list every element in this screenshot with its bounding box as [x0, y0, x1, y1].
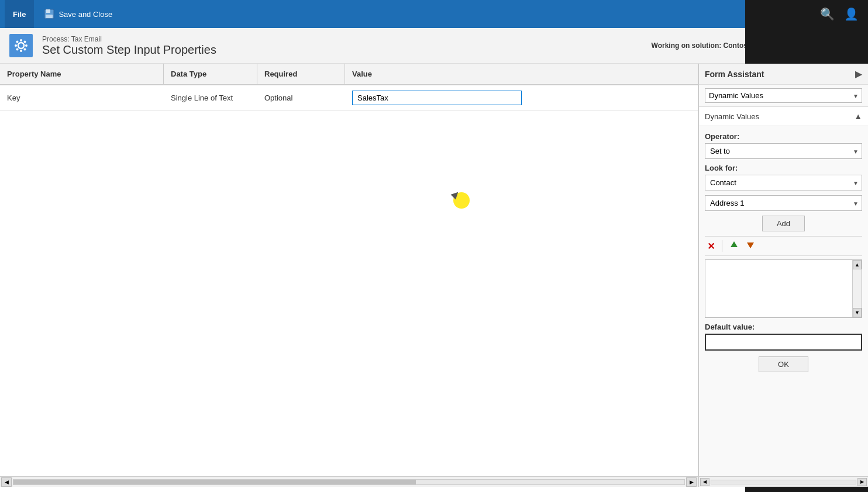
col-property-name: Property Name [0, 64, 164, 84]
panel-scroll-right[interactable]: ▶ [857, 478, 867, 486]
col-data-type: Data Type [164, 64, 257, 84]
svg-marker-14 [731, 241, 738, 247]
up-arrow-icon [729, 240, 739, 250]
search-icon[interactable]: 🔍 [820, 7, 835, 21]
svg-rect-2 [46, 15, 53, 18]
panel-header: Form Assistant ▶ [699, 64, 868, 85]
value-input[interactable] [352, 91, 522, 105]
operator-select[interactable]: Set to Clear [705, 143, 862, 159]
panel-scroll-track[interactable] [711, 480, 856, 484]
save-close-button[interactable]: Save and Close [43, 8, 112, 20]
move-up-button[interactable] [727, 239, 741, 253]
lookfor-label: Look for: [705, 164, 862, 172]
svg-point-6 [20, 39, 22, 41]
file-button[interactable]: File [5, 0, 34, 28]
far-right-top-icons: 🔍 👤 [745, 0, 868, 28]
content-scroll-down[interactable]: ▼ [853, 308, 862, 317]
dynamic-values-section: Dynamic Values ▲ [699, 107, 868, 126]
svg-point-11 [24, 48, 26, 51]
address-select[interactable]: Address 1 Address 2 City [705, 195, 862, 211]
address-select-wrapper: Address 1 Address 2 City [705, 195, 862, 211]
svg-point-9 [25, 44, 27, 47]
move-down-button[interactable] [743, 239, 757, 253]
lookfor-select-wrapper: Contact Account Lead [705, 175, 862, 190]
svg-point-8 [15, 44, 17, 47]
content-area: ▲ ▼ [705, 259, 862, 318]
col-required: Required [257, 64, 345, 84]
scroll-left-button[interactable]: ◀ [1, 477, 12, 487]
panel-dropdown-row: Dynamic Values Static Value [699, 85, 868, 107]
operator-label: Operator: [705, 132, 862, 141]
default-value-section: Default value: [705, 323, 862, 351]
process-icon [9, 34, 33, 57]
header-area: Process: Tax Email Set Custom Step Input… [0, 28, 868, 64]
lookfor-select[interactable]: Contact Account Lead [705, 175, 862, 190]
default-value-label: Default value: [705, 323, 862, 331]
gear-icon [13, 37, 29, 54]
dynamic-values-label: Dynamic Values [705, 112, 759, 121]
panel-scroll-left[interactable]: ◀ [700, 478, 709, 486]
top-bar: File Save and Close ? Help ▼ [0, 0, 868, 28]
save-close-label: Save and Close [58, 10, 112, 19]
content-scroll-up[interactable]: ▲ [853, 260, 862, 269]
scroll-track[interactable] [13, 479, 685, 485]
operator-select-wrapper: Set to Clear [705, 143, 862, 159]
collapse-button[interactable]: ▲ [854, 112, 862, 121]
right-panel: Form Assistant ▶ Dynamic Values Static V… [698, 64, 868, 487]
panel-content: Operator: Set to Clear Look for: Contact… [699, 126, 868, 476]
panel-title: Form Assistant [705, 70, 764, 79]
default-value-input[interactable] [705, 334, 862, 351]
svg-marker-15 [747, 242, 754, 248]
ok-button[interactable]: OK [759, 356, 808, 372]
action-bar: ✕ [705, 236, 862, 256]
cell-required: Optional [257, 89, 345, 107]
user-icon[interactable]: 👤 [844, 7, 859, 21]
svg-point-5 [18, 43, 24, 48]
panel-expand-icon[interactable]: ▶ [855, 68, 862, 79]
delete-button[interactable]: ✕ [705, 240, 717, 253]
cell-value [345, 86, 698, 110]
main-dropdown-wrapper: Dynamic Values Static Value [705, 88, 862, 103]
scroll-thumb [13, 480, 416, 484]
bottom-scrollbar: ◀ ▶ [0, 476, 698, 487]
panel-bottom-scrollbar: ◀ ▶ [699, 476, 868, 487]
scroll-right-button[interactable]: ▶ [686, 477, 697, 487]
col-value: Value [345, 64, 698, 84]
process-name: Process: Tax Email [42, 35, 642, 43]
svg-point-12 [24, 41, 26, 43]
svg-point-13 [16, 48, 19, 51]
table-header: Property Name Data Type Required Value [0, 64, 698, 85]
cell-property: Key [0, 89, 164, 107]
action-separator [722, 240, 722, 252]
content-scrollbar: ▲ ▼ [852, 260, 862, 317]
main-dropdown[interactable]: Dynamic Values Static Value [705, 88, 862, 103]
down-arrow-icon [746, 240, 755, 250]
svg-rect-1 [46, 9, 50, 13]
main-layout: Property Name Data Type Required Value K… [0, 64, 868, 487]
save-icon [43, 8, 55, 20]
page-title: Set Custom Step Input Properties [42, 43, 642, 57]
header-text: Process: Tax Email Set Custom Step Input… [42, 35, 642, 57]
svg-point-7 [20, 50, 22, 52]
table-row: Key Single Line of Text Optional [0, 85, 698, 111]
table-area: Property Name Data Type Required Value K… [0, 64, 698, 487]
add-button[interactable]: Add [762, 216, 805, 231]
svg-point-10 [16, 41, 19, 43]
cell-datatype: Single Line of Text [164, 89, 257, 107]
table-body: Key Single Line of Text Optional [0, 85, 698, 476]
